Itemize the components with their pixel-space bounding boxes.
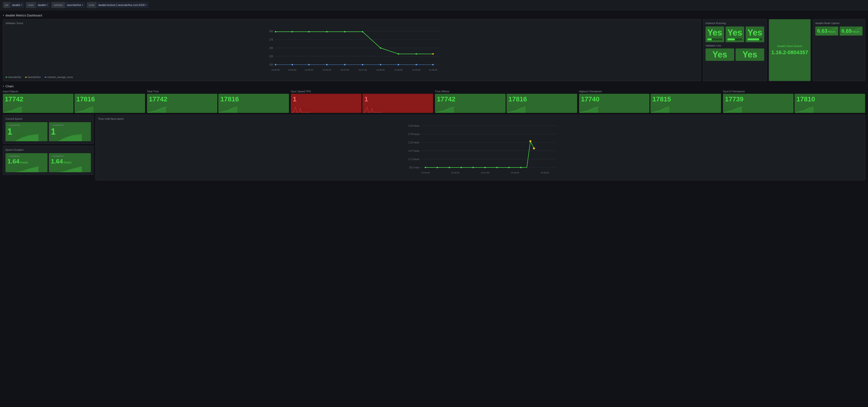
validator-score-title: Validator Score bbox=[5, 22, 699, 25]
validator-chart-svg: 300 275 250 225 200 10:45:00 10:45:30 10… bbox=[5, 27, 699, 74]
svg-text:10:47:30: 10:47:30 bbox=[359, 69, 367, 71]
txns-effects-group: Txns Effects 17742 17816 bbox=[435, 90, 577, 113]
svg-point-29 bbox=[432, 53, 434, 55]
current-epoch-panel: Current Epoch — lavenderfive 1 — lavende… bbox=[3, 115, 94, 144]
svg-point-37 bbox=[398, 64, 399, 65]
validator-live-title: Validator Live bbox=[706, 44, 764, 47]
svg-point-79 bbox=[496, 167, 498, 168]
input-objects-box-2: 17816 bbox=[74, 94, 145, 113]
txns-effects-label: Txns Effects bbox=[435, 90, 577, 93]
node-filter[interactable]: node dwallet-testnet-1.lavenderfive.com:… bbox=[87, 2, 149, 8]
epoch-duration-unit-1: hours bbox=[20, 161, 28, 164]
current-epoch-grid: — lavenderfive 1 — lavenderfive 1 bbox=[5, 122, 91, 141]
svg-point-23 bbox=[326, 31, 328, 32]
svg-marker-55 bbox=[58, 166, 82, 172]
svg-text:250: 250 bbox=[269, 47, 273, 50]
input-objects-val-1: 17742 bbox=[5, 96, 71, 103]
svg-point-36 bbox=[380, 64, 381, 65]
syncd-checkpoint-box-2: 17810 bbox=[795, 94, 865, 113]
epoch-duration-box-1: — lavenderfive 1.64 hours bbox=[5, 153, 48, 172]
sync-speed-label: Sync Speed TPS bbox=[291, 90, 433, 93]
svg-point-82 bbox=[529, 140, 531, 142]
svg-text:10:47:00: 10:47:00 bbox=[481, 171, 489, 174]
legend-lavenderfive-green: lavenderfive bbox=[5, 76, 21, 79]
syncd-checkpoint-val-2: 17810 bbox=[797, 96, 863, 103]
txns-effects-val-1: 17742 bbox=[437, 96, 504, 103]
instance-yes-2: Yes bbox=[725, 27, 744, 42]
svg-text:275: 275 bbox=[269, 38, 273, 41]
client-version-value: 1.16.2-0804357 bbox=[771, 50, 808, 56]
highest-checkpoint-box-1: 17740 bbox=[579, 94, 650, 113]
validator-live-grid: Yes Yes bbox=[706, 49, 764, 61]
dashboard-title[interactable]: dwallet Metrics Dashboard bbox=[3, 12, 865, 19]
total-txns-val-2: 17816 bbox=[220, 96, 287, 103]
input-objects-group: Input Objects 17742 17816 bbox=[3, 90, 145, 113]
chain-filter[interactable]: chain dwallet bbox=[26, 2, 50, 8]
svg-point-39 bbox=[432, 64, 434, 65]
chain-value[interactable]: dwallet bbox=[36, 2, 50, 8]
svg-text:10:46:30: 10:46:30 bbox=[322, 69, 331, 71]
svg-text:10:48:30: 10:48:30 bbox=[394, 69, 403, 71]
current-epoch-box-1: — lavenderfive 1 bbox=[5, 122, 48, 141]
dashboard: dwallet Metrics Dashboard Validator Scor… bbox=[0, 10, 868, 182]
svg-point-24 bbox=[344, 31, 345, 32]
job-filter[interactable]: job dwallet bbox=[3, 2, 24, 8]
total-txns-group: Total Txns 17742 17816 bbox=[147, 90, 289, 113]
svg-point-38 bbox=[415, 64, 417, 65]
svg-point-78 bbox=[484, 167, 486, 168]
chain-label: chain bbox=[26, 2, 36, 8]
svg-marker-54 bbox=[14, 166, 38, 172]
svg-point-27 bbox=[398, 53, 399, 55]
job-label: job bbox=[3, 2, 10, 8]
uptime-box-2: 6.65 hours bbox=[840, 27, 863, 36]
highest-checkpoint-label: Highest Checkpoint bbox=[579, 90, 721, 93]
uptime-box-1: 6.63 hours bbox=[815, 27, 838, 36]
highest-checkpoint-group: Highest Checkpoint 17740 17815 bbox=[579, 90, 721, 113]
instance-yes-1: Yes bbox=[706, 27, 724, 42]
legend-lavenderfive-yellow: lavenderfive bbox=[25, 76, 41, 79]
svg-point-76 bbox=[461, 167, 462, 168]
syncd-checkpoint-val-1: 17739 bbox=[725, 96, 792, 103]
svg-marker-52 bbox=[14, 134, 38, 141]
validator-score-panel: Validator Score 300 275 250 225 200 bbox=[3, 19, 701, 81]
top-metrics-row: Validator Score 300 275 250 225 200 bbox=[3, 19, 865, 81]
svg-point-77 bbox=[472, 167, 474, 168]
svg-text:10:46:00: 10:46:00 bbox=[305, 69, 313, 71]
svg-point-83 bbox=[533, 148, 535, 149]
svg-text:10:48:00: 10:48:00 bbox=[376, 69, 384, 71]
sync-speed-boxes: 1 1 bbox=[291, 94, 433, 113]
svg-text:3.33 hours: 3.33 hours bbox=[408, 125, 420, 127]
time-epoch-panel: Time Until Next epoch 3.33 hours 2.78 ho… bbox=[95, 115, 865, 180]
svg-marker-53 bbox=[58, 134, 82, 141]
svg-text:300: 300 bbox=[269, 30, 273, 33]
svg-text:10:45:30: 10:45:30 bbox=[288, 69, 296, 71]
instance-running-title: Instance Running bbox=[706, 22, 764, 25]
svg-text:10:45:00: 10:45:00 bbox=[271, 69, 280, 71]
svg-text:10:46:00: 10:46:00 bbox=[451, 171, 459, 174]
svg-point-75 bbox=[448, 167, 450, 168]
svg-point-32 bbox=[308, 64, 310, 65]
epoch-duration-grid: — lavenderfive 1.64 hours — lavenderfive… bbox=[5, 153, 91, 172]
total-txns-boxes: 17742 17816 bbox=[147, 94, 289, 113]
chain-section-header[interactable]: Chain bbox=[3, 83, 865, 90]
txns-effects-box-1: 17742 bbox=[435, 94, 505, 113]
svg-point-80 bbox=[508, 167, 509, 168]
highest-checkpoint-val-2: 17815 bbox=[652, 96, 719, 103]
svg-point-30 bbox=[275, 64, 276, 65]
instance-yes-3: Yes bbox=[746, 27, 764, 42]
validator-value[interactable]: lavenderfive bbox=[65, 2, 85, 8]
current-epoch-title: Current Epoch bbox=[5, 117, 91, 120]
txns-effects-boxes: 17742 17816 bbox=[435, 94, 577, 113]
svg-point-26 bbox=[380, 47, 381, 49]
svg-text:1.11 hours: 1.11 hours bbox=[408, 158, 420, 161]
svg-point-35 bbox=[362, 64, 363, 65]
svg-text:225: 225 bbox=[269, 55, 273, 58]
node-value[interactable]: dwallet-testnet-1.lavenderfive.com:9100 bbox=[96, 2, 149, 8]
svg-point-22 bbox=[308, 31, 310, 32]
svg-text:200: 200 bbox=[269, 63, 273, 66]
input-objects-val-2: 17816 bbox=[76, 96, 143, 103]
job-value[interactable]: dwallet bbox=[10, 2, 24, 8]
highest-checkpoint-box-2: 17815 bbox=[650, 94, 721, 113]
input-objects-box-1: 17742 bbox=[3, 94, 73, 113]
validator-filter[interactable]: validator lavenderfive bbox=[51, 2, 85, 8]
